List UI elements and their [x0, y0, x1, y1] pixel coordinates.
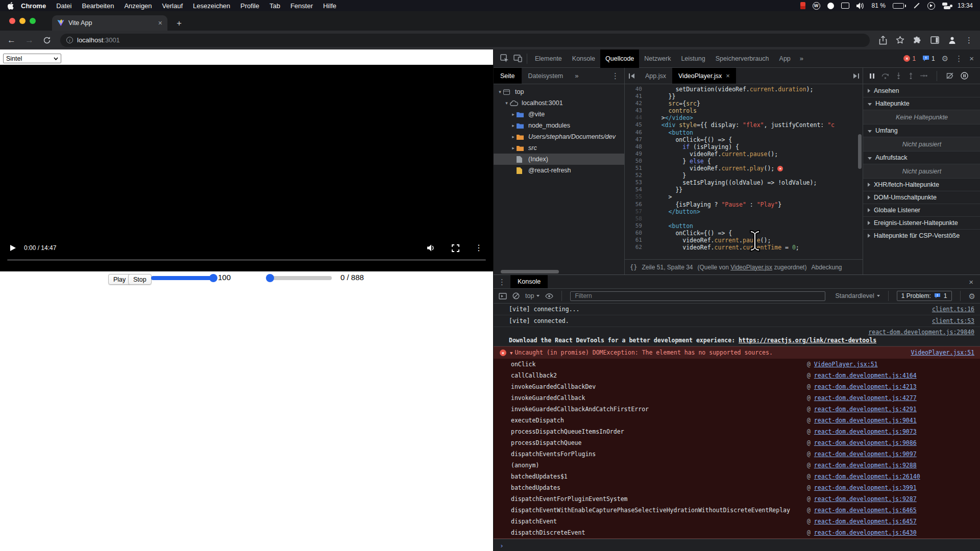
- pause-script-icon[interactable]: [869, 73, 875, 79]
- volume-icon[interactable]: [427, 244, 436, 252]
- line-number[interactable]: 40: [625, 86, 647, 93]
- pretty-print-icon[interactable]: {}: [630, 264, 637, 271]
- devtools-tab-app[interactable]: App: [774, 49, 796, 68]
- menu-item-datei[interactable]: Datei: [56, 2, 71, 10]
- console-prompt[interactable]: ›: [494, 539, 980, 551]
- wifi-off-icon[interactable]: [913, 2, 920, 10]
- new-tab-button[interactable]: +: [177, 19, 182, 28]
- play-button[interactable]: Play: [108, 274, 131, 285]
- stack-source-link[interactable]: react-dom.development.js:26140: [814, 473, 920, 480]
- device-toolbar-icon[interactable]: [511, 52, 524, 65]
- log-level-selector[interactable]: Standardlevel: [835, 292, 879, 299]
- stack-source-link[interactable]: react-dom.development.js:4291: [814, 406, 917, 413]
- tab-close-icon[interactable]: ×: [158, 19, 162, 27]
- stack-source-link[interactable]: VideoPlayer.jsx:51: [814, 361, 878, 368]
- mouse-tray-icon[interactable]: [827, 2, 834, 10]
- video-player[interactable]: 0:00 / 14:47 ⋮: [0, 65, 493, 271]
- source-link[interactable]: client.ts:53: [932, 317, 974, 325]
- tab-konsole[interactable]: Konsole: [510, 275, 548, 288]
- devtools-tab-leistung[interactable]: Leistung: [676, 49, 710, 68]
- drawer-close-icon[interactable]: ×: [962, 275, 980, 288]
- more-tabs-icon[interactable]: »: [796, 55, 807, 62]
- video-progress-bar[interactable]: [7, 259, 486, 261]
- twisty-collapsed-icon[interactable]: ▸: [510, 145, 517, 151]
- play-circle-tray-icon[interactable]: [927, 2, 935, 10]
- zoom-window-button[interactable]: [30, 18, 36, 24]
- twisty-collapsed-icon[interactable]: ▸: [510, 112, 517, 117]
- debugger-section-ansehen[interactable]: Ansehen: [863, 84, 980, 97]
- stack-source-link[interactable]: react-dom.development.js:9041: [814, 417, 917, 424]
- source-link[interactable]: react-dom.development.js:29840: [868, 329, 974, 336]
- line-number[interactable]: 60: [625, 230, 647, 237]
- menu-item-hilfe[interactable]: Hilfe: [323, 2, 336, 10]
- devtools-settings-gear-icon[interactable]: ⚙: [942, 55, 948, 62]
- devtools-tab-elemente[interactable]: Elemente: [530, 49, 567, 68]
- browser-menu-icon[interactable]: ⋮: [965, 36, 973, 44]
- w-app-tray-icon[interactable]: W: [813, 2, 820, 10]
- stop-button[interactable]: Stop: [128, 274, 152, 285]
- debugger-section-umfang[interactable]: Umfang: [863, 124, 980, 137]
- debugger-section-globale-listener[interactable]: Globale Listener: [863, 204, 980, 216]
- line-number[interactable]: 57: [625, 208, 647, 215]
- stack-source-link[interactable]: react-dom.development.js:4164: [814, 372, 917, 379]
- tree-item-users-stephan-documents-dev[interactable]: ▸Users/stephan/Documents/dev: [494, 131, 624, 142]
- line-number[interactable]: 55: [625, 193, 647, 201]
- volume-slider[interactable]: [151, 276, 216, 280]
- editor-tab-scroll-right-icon[interactable]: [852, 68, 863, 84]
- inspect-element-icon[interactable]: [498, 52, 511, 65]
- devtools-menu-icon[interactable]: ⋮: [955, 55, 963, 62]
- battery-icon[interactable]: [893, 3, 906, 9]
- site-info-icon[interactable]: i: [66, 37, 73, 43]
- line-number[interactable]: 59: [625, 222, 647, 230]
- console-error-badge[interactable]: ×1: [903, 55, 916, 62]
- debugger-section-xhr-fetch-haltepunkte[interactable]: XHR/fetch-Haltepunkte: [863, 178, 980, 191]
- line-number[interactable]: 58: [625, 215, 647, 222]
- seek-slider-thumb[interactable]: [266, 274, 274, 282]
- console-settings-gear-icon[interactable]: ⚙: [969, 292, 975, 300]
- drawer-menu-icon[interactable]: ⋮: [494, 275, 510, 288]
- profile-avatar-icon[interactable]: [948, 36, 957, 44]
- error-source-link[interactable]: VideoPlayer.jsx:51: [911, 348, 974, 357]
- line-number[interactable]: 62: [625, 244, 647, 251]
- stack-source-link[interactable]: react-dom.development.js:3991: [814, 484, 917, 491]
- menu-item-tab[interactable]: Tab: [270, 2, 280, 10]
- stack-source-link[interactable]: react-dom.development.js:4277: [814, 394, 917, 402]
- editor-vertical-scrollbar[interactable]: [858, 134, 862, 169]
- navigator-more-tabs-icon[interactable]: »: [570, 68, 583, 84]
- back-button[interactable]: ←: [7, 36, 16, 44]
- line-number[interactable]: 50: [625, 158, 647, 165]
- react-devtools-link[interactable]: https://reactjs.org/link/react-devtools: [739, 337, 876, 344]
- close-window-button[interactable]: [9, 18, 15, 24]
- debugger-section-haltepunkte[interactable]: Haltepunkte: [863, 97, 980, 110]
- line-number[interactable]: 51: [625, 165, 647, 172]
- tree-item--vite[interactable]: ▸@vite: [494, 109, 624, 120]
- share-icon[interactable]: [879, 36, 887, 45]
- editor-tab-videoplayerjsx[interactable]: VideoPlayer.jsx ×: [672, 68, 736, 84]
- tree-item--react-refresh[interactable]: @react-refresh: [494, 165, 624, 176]
- code-editor[interactable]: 40 setDuration(videoRef.current.duration…: [625, 84, 863, 259]
- console-sidebar-toggle-icon[interactable]: [499, 293, 507, 299]
- source-link[interactable]: client.ts:16: [932, 305, 974, 313]
- stack-source-link[interactable]: react-dom.development.js:4213: [814, 383, 917, 390]
- stack-source-link[interactable]: react-dom.development.js:9086: [814, 439, 917, 446]
- step-over-icon[interactable]: [881, 73, 889, 79]
- stack-source-link[interactable]: react-dom.development.js:6465: [814, 507, 917, 514]
- debugger-section-ereignis-listener-haltepunkte[interactable]: Ereignis-Listener-Haltepunkte: [863, 216, 980, 229]
- navigator-horizontal-scrollbar[interactable]: [501, 270, 559, 273]
- side-panel-icon[interactable]: [930, 36, 939, 44]
- devtools-tab-quellcode[interactable]: Quellcode: [600, 49, 639, 68]
- display-tray-icon[interactable]: [841, 2, 849, 10]
- twisty-collapsed-icon[interactable]: ▸: [510, 134, 517, 139]
- video-select-dropdown[interactable]: Sintel: [3, 54, 61, 63]
- menu-item-verlauf[interactable]: Verlauf: [162, 2, 183, 10]
- reload-button[interactable]: [43, 36, 51, 44]
- line-number[interactable]: 44: [625, 114, 647, 121]
- clear-console-icon[interactable]: [512, 292, 520, 299]
- line-number[interactable]: 61: [625, 237, 647, 244]
- menu-item-lesezeichen[interactable]: Lesezeichen: [193, 2, 230, 10]
- menu-item-bearbeiten[interactable]: Bearbeiten: [82, 2, 114, 10]
- debugger-section-dom-umschaltpunkte[interactable]: DOM-Umschaltpunkte: [863, 191, 980, 204]
- pause-on-exceptions-icon[interactable]: [961, 72, 968, 80]
- problems-indicator[interactable]: 1 Problem: 1: [897, 291, 952, 301]
- expand-triangle-icon[interactable]: ▼: [510, 349, 512, 357]
